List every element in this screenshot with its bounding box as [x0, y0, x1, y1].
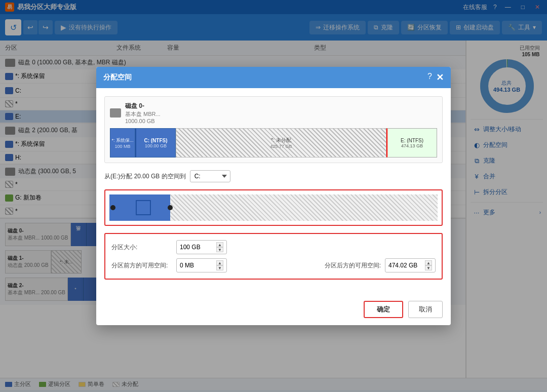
- free-after-spinners: ▲ ▼: [425, 260, 432, 270]
- cancel-button[interactable]: 取消: [408, 301, 443, 318]
- seg-e: E: (NTFS) 474.13 GB: [386, 128, 437, 158]
- modal-disk-header: 磁盘 0- 基本盘 MBR... 1000.00 GB: [110, 102, 437, 124]
- free-after-field[interactable]: [388, 262, 424, 269]
- free-before-up[interactable]: ▲: [216, 260, 223, 265]
- alloc-target-row: 从(E:)分配 20.00 GB 的空间到 C: D: E:: [104, 170, 443, 182]
- free-before-spinners: ▲ ▼: [216, 260, 223, 270]
- modal-header-buttons: ? ✕: [427, 72, 444, 83]
- allocate-space-modal: 分配空间 ? ✕ 磁盘 0- 基本盘 MBR... 1000.00 GB: [96, 67, 451, 325]
- modal-close-button[interactable]: ✕: [436, 72, 444, 83]
- seg-c: C: (NTFS) 100.00 GB: [135, 128, 176, 158]
- part-size-field[interactable]: [180, 244, 215, 251]
- modal-header: 分配空间 ? ✕: [96, 67, 451, 88]
- part-size-up[interactable]: ▲: [216, 242, 223, 247]
- part-size-input[interactable]: ▲ ▼: [176, 240, 227, 254]
- seg-unallocated: *: 未分配 425.77 GB: [176, 128, 386, 158]
- free-after-down[interactable]: ▼: [425, 265, 432, 270]
- free-after-input[interactable]: ▲ ▼: [385, 258, 436, 272]
- free-after-up[interactable]: ▲: [425, 260, 432, 265]
- modal-footer: 确定 取消: [96, 296, 451, 325]
- modal-overlay: 分配空间 ? ✕ 磁盘 0- 基本盘 MBR... 1000.00 GB: [0, 0, 547, 392]
- partition-inputs: 分区大小: ▲ ▼ 分区前方的可用空间: ▲: [104, 233, 443, 280]
- free-before-input[interactable]: ▲ ▼: [176, 258, 227, 272]
- slider-right-handle[interactable]: [168, 205, 173, 210]
- confirm-button[interactable]: 确定: [364, 301, 403, 318]
- part-size-spinners: ▲ ▼: [216, 242, 223, 252]
- slider-left-handle[interactable]: [110, 205, 115, 210]
- modal-help-button[interactable]: ?: [427, 72, 432, 83]
- seg-system: *: 系统保... 100 MB: [110, 128, 135, 158]
- disk-segment-bar: *: 系统保... 100 MB C: (NTFS) 100.00 GB *: …: [110, 128, 437, 158]
- free-space-row: 分区前方的可用空间: ▲ ▼ 分区后方的可用空间: ▲ ▼: [111, 258, 436, 272]
- slider-filled-portion: [109, 194, 170, 221]
- modal-disk-icon: [110, 108, 121, 117]
- modal-title: 分配空间: [103, 73, 132, 82]
- slider-track: [109, 194, 438, 221]
- slider-unalloc-portion: [170, 194, 438, 221]
- alloc-target-select[interactable]: C: D: E:: [190, 170, 230, 182]
- free-before-field[interactable]: [180, 262, 215, 269]
- part-size-down[interactable]: ▼: [216, 247, 223, 252]
- modal-body: 磁盘 0- 基本盘 MBR... 1000.00 GB *: 系统保... 10…: [96, 88, 451, 296]
- slider-container: [104, 189, 443, 226]
- part-size-row: 分区大小: ▲ ▼: [111, 240, 436, 254]
- modal-disk-visual: 磁盘 0- 基本盘 MBR... 1000.00 GB *: 系统保... 10…: [104, 96, 443, 163]
- free-before-down[interactable]: ▼: [216, 265, 223, 270]
